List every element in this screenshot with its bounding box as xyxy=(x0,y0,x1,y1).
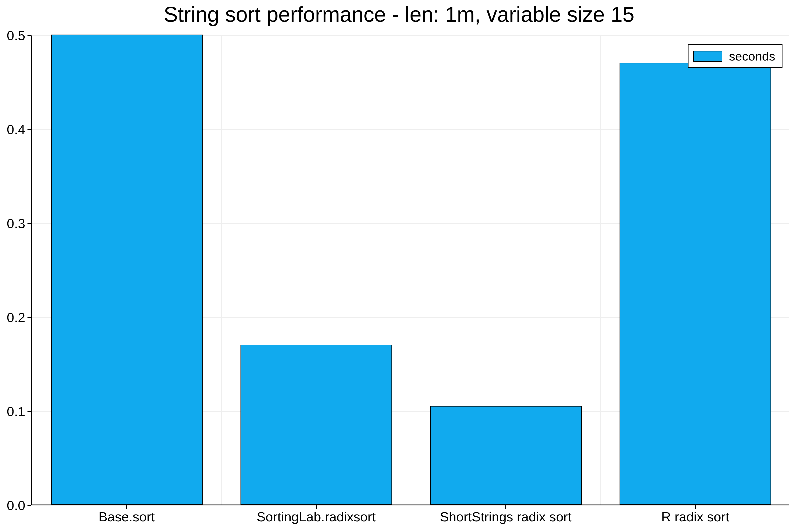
y-tick-label: 0.4 xyxy=(3,122,25,137)
y-tick-label: 0.5 xyxy=(3,28,25,43)
y-tick xyxy=(27,317,31,318)
legend: seconds xyxy=(688,44,782,68)
y-tick xyxy=(27,411,31,412)
legend-label: seconds xyxy=(729,49,775,63)
y-tick-label: 0.3 xyxy=(3,216,25,231)
y-tick xyxy=(27,35,31,36)
y-tick-label: 0.1 xyxy=(3,404,25,419)
plot-area: 0.00.10.20.30.40.5Base.sortSortingLab.ra… xyxy=(31,36,789,506)
x-tick xyxy=(316,506,317,509)
x-tick xyxy=(695,506,696,509)
bar xyxy=(241,345,392,505)
chart-title: String sort performance - len: 1m, varia… xyxy=(0,2,798,26)
x-tick-label: SortingLab.radixsort xyxy=(257,509,376,525)
grid-line-v xyxy=(600,36,601,505)
y-tick xyxy=(27,505,31,506)
chart-container: String sort performance - len: 1m, varia… xyxy=(0,0,798,532)
y-tick xyxy=(27,129,31,130)
grid-line-v xyxy=(221,36,222,505)
x-tick-label: Base.sort xyxy=(99,509,155,525)
legend-swatch xyxy=(694,51,722,62)
bar xyxy=(620,63,771,505)
x-tick-label: ShortStrings radix sort xyxy=(440,509,572,525)
bar xyxy=(51,35,203,505)
grid-line-v xyxy=(411,36,411,505)
x-tick xyxy=(506,506,506,509)
x-tick xyxy=(126,506,127,509)
grid-line-h xyxy=(32,505,789,506)
y-tick-label: 0.2 xyxy=(3,310,25,325)
y-tick xyxy=(27,223,31,224)
bar xyxy=(430,406,582,505)
x-tick-label: R radix sort xyxy=(661,509,729,525)
y-tick-label: 0.0 xyxy=(3,498,25,513)
